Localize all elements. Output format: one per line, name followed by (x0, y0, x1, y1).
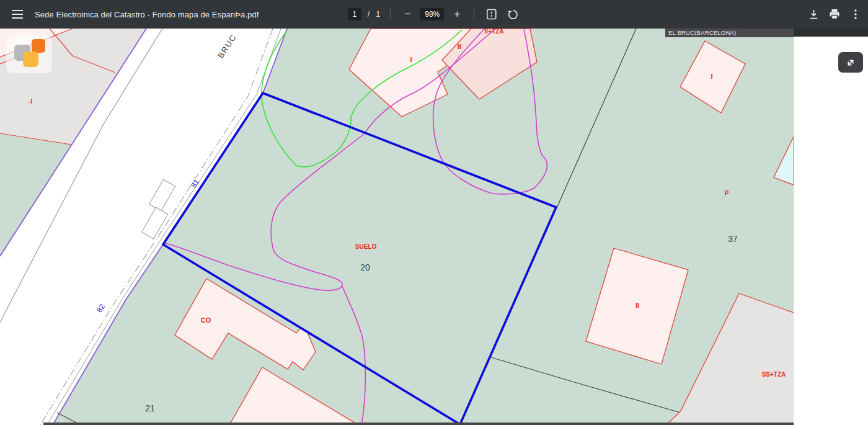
cadastral-map-canvas: BRUC8182SUELO202137COIIIPSS+TZA-IIIIII+T… (0, 29, 794, 425)
print-icon (829, 9, 840, 20)
map-label-building-ii-tza: II+TZA (485, 29, 504, 35)
rotate-counterclockwise-icon (507, 9, 519, 20)
print-button[interactable] (827, 7, 842, 22)
page-top-shadow (794, 29, 868, 37)
map-label-building-co: CO (201, 316, 211, 324)
pdf-viewer-toolbar: Sede Electroinica del Catastro - Fondo m… (0, 0, 868, 29)
menu-hamburger-icon[interactable] (10, 7, 25, 22)
fullscreen-expand-button[interactable] (838, 52, 863, 73)
fit-to-page-button[interactable] (484, 7, 499, 22)
expand-diagonal-icon (844, 56, 857, 69)
viewer-logo-overlay (6, 35, 52, 73)
logo-amber-square (23, 51, 38, 67)
download-button[interactable] (806, 7, 821, 22)
map-label-building-ii-top: II (458, 43, 461, 50)
map-label-label-p: P (725, 190, 729, 197)
logo-orange-square (32, 39, 45, 53)
map-label-building-ii-se: II (636, 302, 639, 309)
zoom-level-value[interactable]: 98% (420, 8, 444, 20)
map-label-suelo: SUELO (355, 243, 377, 250)
kebab-icon (854, 9, 857, 19)
toolbar-divider (390, 8, 391, 20)
map-label-parcel-20: 20 (360, 262, 370, 272)
page-separator: / (368, 10, 370, 19)
rotate-button[interactable] (505, 7, 520, 22)
map-label-parcel-37: 37 (728, 234, 738, 244)
page-number-input[interactable]: 1 (348, 8, 361, 20)
map-label-building-ss-tza: SS+TZA (762, 371, 786, 378)
hamburger-icon (12, 10, 23, 19)
zoom-out-button[interactable]: − (401, 7, 414, 22)
map-label-building-i-top: I (410, 56, 412, 63)
map-bottom-edge (43, 423, 794, 425)
region-label-bar: EL BRUC(BARCELONA) (665, 29, 794, 37)
map-label-label-minus-i: -I (29, 98, 32, 105)
zoom-in-button[interactable]: + (450, 7, 464, 22)
fit-page-icon (486, 9, 497, 20)
page-total: 1 (376, 10, 380, 19)
download-icon (808, 9, 819, 20)
map-label-parcel-21: 21 (145, 403, 155, 413)
map-label-building-i-ne: I (711, 73, 712, 80)
pdf-page: BRUC8182SUELO202137COIIIPSS+TZA-IIIIII+T… (0, 29, 868, 425)
toolbar-divider (474, 8, 474, 20)
cadastral-map[interactable]: BRUC8182SUELO202137COIIIPSS+TZA-IIIIII+T… (0, 29, 794, 425)
more-options-kebab-icon[interactable] (848, 7, 863, 22)
document-title: Sede Electroinica del Catastro - Fondo m… (35, 10, 259, 19)
